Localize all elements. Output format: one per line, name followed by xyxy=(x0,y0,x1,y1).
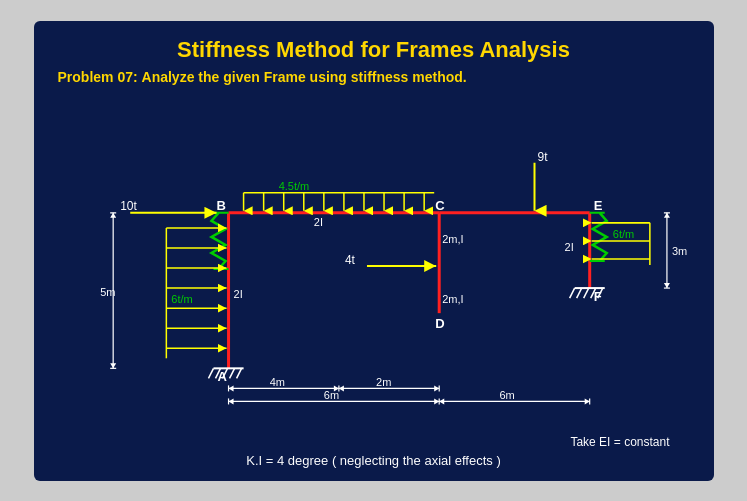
svg-text:E: E xyxy=(593,197,602,212)
svg-text:2I: 2I xyxy=(313,215,322,227)
footer-note: Take EI = constant xyxy=(58,435,690,449)
svg-marker-94 xyxy=(110,212,116,217)
svg-marker-95 xyxy=(110,363,116,368)
svg-marker-90 xyxy=(228,398,233,404)
svg-text:2m,I: 2m,I xyxy=(442,232,463,244)
main-card: Stiffness Method for Frames Analysis Pro… xyxy=(34,21,714,481)
svg-text:B: B xyxy=(216,197,225,212)
svg-marker-96 xyxy=(663,212,669,217)
svg-marker-88 xyxy=(338,385,343,391)
svg-text:4m: 4m xyxy=(269,376,284,388)
svg-text:3m: 3m xyxy=(671,244,686,256)
svg-text:6t/m: 6t/m xyxy=(171,293,192,305)
svg-line-17 xyxy=(576,288,581,298)
svg-text:F: F xyxy=(593,289,601,304)
svg-marker-91 xyxy=(434,398,439,404)
svg-text:9t: 9t xyxy=(537,149,548,163)
svg-text:10t: 10t xyxy=(120,198,137,212)
svg-text:2m: 2m xyxy=(376,376,391,388)
svg-text:2I: 2I xyxy=(564,240,573,252)
svg-text:2m,I: 2m,I xyxy=(442,293,463,305)
svg-marker-97 xyxy=(663,283,669,288)
svg-line-10 xyxy=(208,368,213,378)
problem-subtitle: Problem 07: Analyze the given Frame usin… xyxy=(58,69,690,85)
svg-line-16 xyxy=(569,288,574,298)
svg-text:4t: 4t xyxy=(344,253,355,267)
svg-marker-93 xyxy=(584,398,589,404)
svg-text:6m: 6m xyxy=(499,389,514,401)
footer-main: K.I = 4 degree ( neglecting the axial ef… xyxy=(58,453,690,468)
svg-text:4.5t/m: 4.5t/m xyxy=(278,179,309,191)
svg-text:C: C xyxy=(435,197,445,212)
svg-text:6m: 6m xyxy=(323,389,338,401)
svg-text:5m: 5m xyxy=(100,286,115,298)
page-title: Stiffness Method for Frames Analysis xyxy=(58,37,690,63)
svg-text:A: A xyxy=(217,369,227,384)
svg-marker-86 xyxy=(228,385,233,391)
problem-label: Problem 07: xyxy=(58,69,138,85)
svg-line-13 xyxy=(229,368,234,378)
svg-text:D: D xyxy=(435,316,444,331)
diagram-area: B C A D E F xyxy=(58,93,690,433)
svg-line-14 xyxy=(236,368,241,378)
svg-marker-89 xyxy=(434,385,439,391)
svg-line-18 xyxy=(583,288,588,298)
svg-text:2I: 2I xyxy=(233,288,242,300)
problem-text: Analyze the given Frame using stiffness … xyxy=(142,69,467,85)
svg-text:6t/m: 6t/m xyxy=(612,227,633,239)
svg-marker-92 xyxy=(439,398,444,404)
